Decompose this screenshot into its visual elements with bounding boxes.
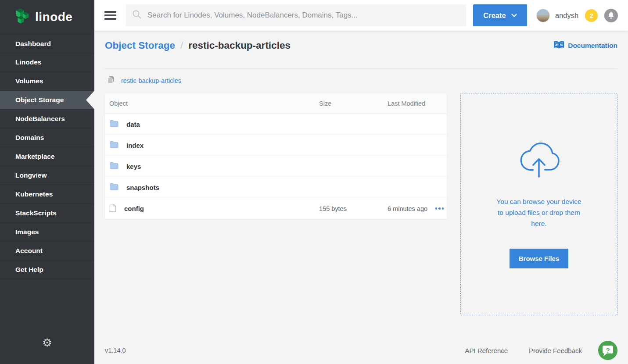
object-name-link[interactable]: config <box>124 205 144 212</box>
sidebar: linode Dashboard Linodes Volumes Object … <box>0 0 94 364</box>
username[interactable]: andysh <box>555 11 578 20</box>
gear-icon[interactable]: ⚙ <box>0 337 94 348</box>
sidebar-item-longview[interactable]: Longview <box>0 166 94 185</box>
table-header-row: Object Size Last Modified <box>105 93 447 114</box>
browse-files-button[interactable]: Browse Files <box>510 249 569 268</box>
active-item-notch <box>86 91 94 109</box>
documentation-link[interactable]: Documentation <box>553 40 617 51</box>
search-icon <box>132 10 142 21</box>
table-row: snapshots <box>105 177 447 198</box>
svg-text:?: ? <box>606 346 610 354</box>
header-divider <box>105 68 617 68</box>
row-actions-ellipsis-icon[interactable] <box>432 204 447 213</box>
content-area: Object Storage / restic-backup-articles <box>94 31 628 364</box>
bucket-name-link[interactable]: restic-backup-articles <box>121 77 181 84</box>
sidebar-item-volumes[interactable]: Volumes <box>0 72 94 91</box>
upload-dropzone[interactable]: You can browse your device to upload fil… <box>460 93 617 315</box>
sidebar-item-label: Linodes <box>15 58 41 66</box>
sidebar-item-stackscripts[interactable]: StackScripts <box>0 204 94 223</box>
sidebar-item-label: Get Help <box>15 266 43 274</box>
sidebar-item-label: Dashboard <box>15 40 51 48</box>
linode-logo[interactable]: linode <box>0 0 94 33</box>
sidebar-item-label: Object Storage <box>15 96 64 104</box>
book-icon <box>553 40 564 51</box>
object-name-link[interactable]: snapshots <box>126 184 159 191</box>
folder-icon <box>109 141 118 150</box>
page-footer: v1.14.0 API Reference Provide Feedback ? <box>105 341 617 360</box>
sidebar-item-dashboard[interactable]: Dashboard <box>0 34 94 53</box>
breadcrumb-separator: / <box>180 40 183 51</box>
object-name-link[interactable]: data <box>126 121 140 128</box>
table-row: keys <box>105 156 447 177</box>
breadcrumb: Object Storage / restic-backup-articles <box>105 40 291 51</box>
sidebar-item-nodebalancers[interactable]: NodeBalancers <box>0 110 94 128</box>
folder-icon <box>109 162 118 171</box>
file-icon <box>109 203 116 214</box>
help-button[interactable]: ? <box>598 341 617 360</box>
object-size: 155 bytes <box>315 205 383 212</box>
breadcrumb-current: restic-backup-articles <box>188 40 291 51</box>
notification-count-badge[interactable]: 2 <box>585 9 598 22</box>
sidebar-nav: Dashboard Linodes Volumes Object Storage… <box>0 34 94 279</box>
hamburger-menu-icon[interactable] <box>104 9 116 22</box>
sidebar-item-object-storage[interactable]: Object Storage <box>0 91 94 110</box>
breadcrumb-object-storage-link[interactable]: Object Storage <box>105 40 175 51</box>
search-bar <box>126 4 466 26</box>
column-header-last-modified: Last Modified <box>383 100 432 107</box>
notifications-bell-icon[interactable] <box>604 9 618 22</box>
documentation-label: Documentation <box>568 42 617 50</box>
logo-text: linode <box>35 10 72 24</box>
table-row: index <box>105 135 447 156</box>
folder-icon <box>109 183 118 192</box>
provide-feedback-link[interactable]: Provide Feedback <box>529 347 582 354</box>
chevron-down-icon <box>511 14 517 17</box>
cloud-upload-icon <box>517 140 560 181</box>
sidebar-item-get-help[interactable]: Get Help <box>0 261 94 279</box>
search-input[interactable] <box>147 11 460 20</box>
column-header-size: Size <box>315 100 383 107</box>
object-name-link[interactable]: index <box>126 142 144 149</box>
create-button[interactable]: Create <box>473 4 527 26</box>
objects-table: Object Size Last Modified data index <box>105 93 447 219</box>
app-version: v1.14.0 <box>105 347 126 354</box>
sidebar-item-label: Account <box>15 247 43 255</box>
sidebar-item-label: NodeBalancers <box>15 115 65 123</box>
sidebar-item-label: Marketplace <box>15 153 55 161</box>
sidebar-item-label: Images <box>15 228 39 236</box>
object-last-modified: 6 minutes ago <box>383 205 432 212</box>
column-header-object: Object <box>105 100 315 107</box>
table-row: config 155 bytes 6 minutes ago <box>105 198 447 219</box>
sidebar-item-linodes[interactable]: Linodes <box>0 53 94 72</box>
sidebar-item-label: StackScripts <box>15 209 57 217</box>
sidebar-item-label: Domains <box>15 134 44 142</box>
bucket-copy-icon <box>108 75 115 86</box>
sidebar-item-images[interactable]: Images <box>0 223 94 242</box>
sidebar-item-label: Volumes <box>15 77 43 85</box>
upload-message: You can browse your device to upload fil… <box>496 196 581 229</box>
sidebar-item-label: Longview <box>15 171 47 179</box>
sidebar-item-account[interactable]: Account <box>0 242 94 261</box>
folder-icon <box>109 120 118 129</box>
create-button-label: Create <box>483 11 506 20</box>
sidebar-item-domains[interactable]: Domains <box>0 128 94 147</box>
linode-cube-icon <box>15 7 30 27</box>
sidebar-item-marketplace[interactable]: Marketplace <box>0 147 94 166</box>
api-reference-link[interactable]: API Reference <box>465 347 508 354</box>
object-name-link[interactable]: keys <box>126 163 141 170</box>
top-bar: Create andysh 2 <box>94 0 628 31</box>
table-row: data <box>105 114 447 135</box>
sidebar-item-label: Kubernetes <box>15 190 53 198</box>
user-avatar[interactable] <box>536 9 550 22</box>
sidebar-item-kubernetes[interactable]: Kubernetes <box>0 185 94 204</box>
